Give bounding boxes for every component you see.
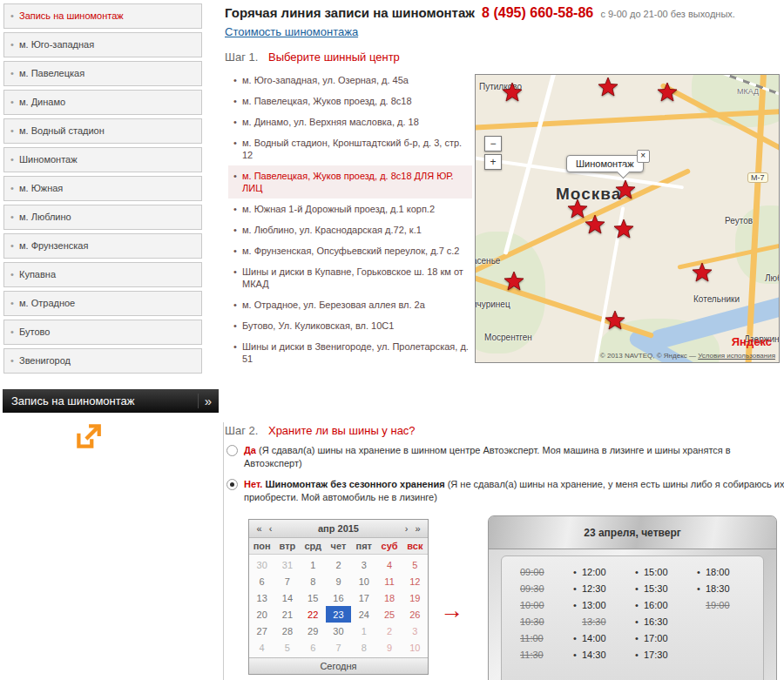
calendar-day[interactable]: 17 bbox=[351, 589, 376, 606]
zoom-in-button[interactable]: + bbox=[484, 154, 502, 170]
calendar-day[interactable]: 15 bbox=[301, 589, 326, 606]
map-marker-star-icon[interactable] bbox=[613, 219, 634, 239]
calendar-prev-year-button[interactable]: « bbox=[253, 523, 265, 534]
sidebar-item[interactable]: м. Фрунзенская bbox=[3, 233, 202, 259]
calendar-day[interactable]: 21 bbox=[274, 606, 300, 623]
calendar-day[interactable]: 23 bbox=[326, 606, 351, 623]
calendar-day[interactable]: 6 bbox=[249, 573, 274, 589]
map-marker-star-icon[interactable] bbox=[615, 179, 636, 200]
calendar-today-button[interactable]: Сегодня bbox=[249, 657, 428, 674]
calendar-day[interactable]: 9 bbox=[326, 573, 351, 589]
calendar-day[interactable]: 14 bbox=[274, 589, 300, 606]
calendar-day[interactable]: 10 bbox=[402, 639, 428, 656]
calendar-day[interactable]: 1 bbox=[351, 623, 376, 639]
calendar-day[interactable]: 19 bbox=[402, 589, 428, 606]
calendar-day[interactable]: 10 bbox=[351, 573, 376, 589]
time-slot[interactable]: 16:30 bbox=[632, 614, 694, 630]
calendar-day[interactable]: 28 bbox=[274, 623, 300, 639]
booking-cta-button[interactable]: Запись на шиномонтаж » bbox=[3, 389, 219, 413]
time-slot[interactable]: 16:00 bbox=[632, 597, 694, 614]
tire-center-item[interactable]: м. Люблино, ул. Краснодарская д.72, к.1 bbox=[228, 219, 472, 240]
price-link[interactable]: Стоимость шиномонтажа bbox=[225, 25, 358, 38]
map-marker-star-icon[interactable] bbox=[598, 77, 618, 98]
time-slot[interactable]: 12:30 bbox=[571, 581, 632, 597]
calendar-day[interactable]: 20 bbox=[249, 606, 274, 623]
sidebar-item[interactable]: м. Динамо bbox=[3, 90, 202, 115]
tire-center-item[interactable]: м. Фрунзенская, Опсуфьевский переулок, д… bbox=[228, 240, 472, 261]
calendar-day[interactable]: 3 bbox=[351, 556, 376, 573]
calendar-day[interactable]: 5 bbox=[402, 556, 428, 573]
map-marker-star-icon[interactable] bbox=[692, 262, 713, 283]
radio-icon[interactable] bbox=[226, 445, 238, 456]
sidebar-item[interactable]: м. Люблино bbox=[3, 205, 202, 230]
calendar-day[interactable]: 22 bbox=[301, 606, 326, 623]
calendar-day[interactable]: 11 bbox=[376, 573, 402, 589]
calendar-day[interactable]: 30 bbox=[249, 556, 274, 573]
terms-link[interactable]: Условия использования bbox=[698, 352, 775, 360]
yandex-logo[interactable]: Яндекс bbox=[732, 335, 772, 348]
calendar-day[interactable]: 30 bbox=[326, 623, 351, 639]
calendar-day[interactable]: 26 bbox=[402, 606, 428, 623]
tire-center-item[interactable]: Бутово, Ул. Куликовская, вл. 10С1 bbox=[228, 315, 472, 336]
calendar-day[interactable]: 6 bbox=[301, 639, 326, 656]
calendar-next-month-button[interactable]: › bbox=[401, 523, 412, 534]
time-slot[interactable]: 13:00 bbox=[571, 597, 632, 614]
time-slot[interactable]: 17:30 bbox=[632, 647, 694, 663]
sidebar-item[interactable]: Бутово bbox=[3, 320, 202, 345]
sidebar-item[interactable]: м. Отрадное bbox=[3, 291, 202, 316]
map-marker-star-icon[interactable] bbox=[657, 82, 678, 103]
map-marker-star-icon[interactable] bbox=[585, 214, 605, 235]
calendar-day[interactable]: 16 bbox=[326, 589, 351, 606]
time-slot[interactable]: 12:00 bbox=[571, 564, 632, 581]
calendar-day[interactable]: 5 bbox=[274, 639, 300, 656]
map-marker-star-icon[interactable] bbox=[502, 82, 523, 103]
calendar-next-year-button[interactable]: » bbox=[412, 523, 423, 534]
sidebar-item[interactable]: Звенигород bbox=[3, 348, 202, 374]
tire-center-item[interactable]: Шины и диски в Звенигороде, ул. Пролетар… bbox=[228, 336, 472, 369]
calendar-day[interactable]: 7 bbox=[326, 639, 351, 656]
calendar-day[interactable]: 25 bbox=[376, 606, 402, 623]
tire-center-item[interactable]: м. Юго-западная, ул. Озерная, д. 45а bbox=[228, 70, 472, 91]
time-slot[interactable]: 15:30 bbox=[632, 581, 694, 597]
sidebar-item[interactable]: м. Юго-западная bbox=[3, 32, 202, 57]
storage-option-yes[interactable]: Да (Я сдавал(а) шины на хранение в шинно… bbox=[226, 444, 784, 470]
calendar-day[interactable]: 2 bbox=[326, 556, 351, 573]
time-slot[interactable]: 14:30 bbox=[571, 647, 632, 663]
calendar-day[interactable]: 4 bbox=[376, 556, 402, 573]
map-marker-star-icon[interactable] bbox=[605, 310, 625, 331]
calendar-day[interactable]: 18 bbox=[376, 589, 402, 606]
sidebar-item[interactable]: м. Водный стадион bbox=[3, 118, 202, 144]
calendar-day[interactable]: 8 bbox=[351, 639, 376, 656]
sidebar-item[interactable]: Шиномонтаж bbox=[3, 147, 202, 172]
sidebar-item[interactable]: Купавна bbox=[3, 262, 202, 287]
tire-center-item[interactable]: м. Павелецкая, Жуков проезд, д. 8с18 ДЛЯ… bbox=[228, 165, 472, 199]
calendar-prev-month-button[interactable]: ‹ bbox=[265, 523, 276, 534]
calendar-day[interactable]: 2 bbox=[376, 623, 402, 639]
time-slot[interactable]: 14:00 bbox=[571, 630, 632, 647]
external-link-icon[interactable] bbox=[73, 422, 103, 452]
sidebar-item[interactable]: м. Павелецкая bbox=[3, 61, 202, 86]
tire-center-item[interactable]: м. Водный стадион, Кронштадтский б-р, д.… bbox=[228, 132, 472, 165]
calendar-day[interactable]: 27 bbox=[249, 623, 274, 639]
map-marker-star-icon[interactable] bbox=[504, 271, 524, 292]
calendar-day[interactable]: 4 bbox=[249, 639, 274, 656]
tire-center-item[interactable]: Шины и диски в Купавне, Горьковское ш. 1… bbox=[228, 261, 472, 294]
calendar-day[interactable]: 8 bbox=[301, 573, 326, 589]
time-slot[interactable]: 18:00 bbox=[694, 564, 756, 581]
calendar-day[interactable]: 12 bbox=[402, 573, 428, 589]
calendar-day[interactable]: 29 bbox=[301, 623, 326, 639]
tire-center-item[interactable]: м. Отрадное, ул. Березовая аллея вл. 2а bbox=[228, 294, 472, 315]
radio-icon[interactable] bbox=[226, 479, 238, 490]
zoom-out-button[interactable]: − bbox=[484, 136, 502, 151]
tooltip-close-icon[interactable]: × bbox=[637, 150, 650, 163]
calendar-day[interactable]: 9 bbox=[376, 639, 402, 656]
sidebar-item[interactable]: Запись на шиномонтаж bbox=[3, 3, 202, 29]
storage-option-no[interactable]: Нет. Шиномонтаж без сезонного хранения (… bbox=[226, 478, 784, 504]
calendar-day[interactable]: 1 bbox=[301, 556, 326, 573]
calendar-day[interactable]: 3 bbox=[402, 623, 428, 639]
sidebar-item[interactable]: м. Южная bbox=[3, 176, 202, 201]
calendar-day[interactable]: 31 bbox=[274, 556, 300, 573]
calendar-day[interactable]: 13 bbox=[249, 589, 274, 606]
calendar-day[interactable]: 7 bbox=[274, 573, 300, 589]
tire-center-item[interactable]: м. Южная 1-й Дорожный проезд, д.1 корп.2 bbox=[228, 199, 472, 219]
